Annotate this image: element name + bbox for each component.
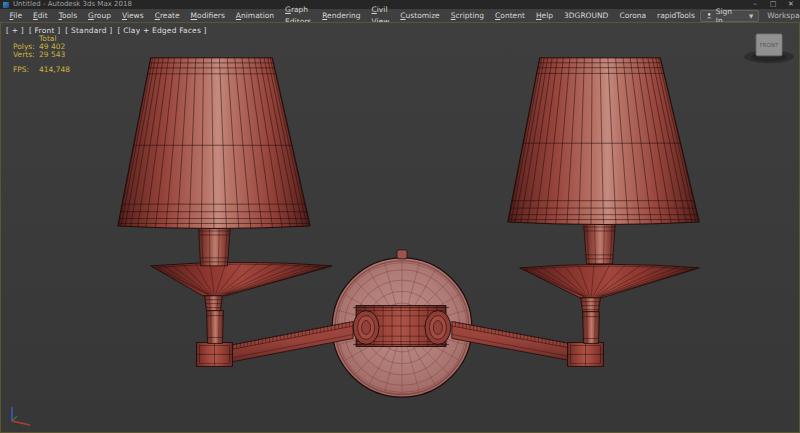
menu-item-views[interactable]: Views — [116, 10, 149, 22]
minimize-button[interactable]: – — [746, 0, 764, 9]
stats-verts-value: 29 543 — [39, 50, 65, 59]
menu-item-modifiers[interactable]: Modifiers — [185, 10, 230, 22]
viewport-menu-button[interactable]: [ + ] — [6, 26, 24, 35]
menu-item-help[interactable]: Help — [530, 10, 558, 22]
menu-item-rendering[interactable]: Rendering — [317, 10, 366, 22]
sign-in-caret-icon: ▼ — [749, 11, 753, 21]
workspaces-label: Workspaces: — [767, 11, 800, 20]
menu-item-content[interactable]: Content — [490, 10, 531, 22]
stats-fps-value: 414,748 — [39, 65, 70, 74]
menu-item-customize[interactable]: Customize — [395, 10, 445, 22]
menu-item-file[interactable]: File — [4, 10, 28, 22]
menu-item-animation[interactable]: Animation — [230, 10, 279, 22]
stats-fps-label: FPS: — [13, 66, 39, 74]
menu-bar: File Edit Tools Group Views Create Modif… — [0, 9, 800, 23]
viewport-renderer-label[interactable]: [ Standard ] — [65, 26, 112, 35]
sign-in-button[interactable]: Sign In ▼ — [700, 10, 759, 22]
menu-item-scripting[interactable]: Scripting — [445, 10, 489, 22]
3ds-max-logo-icon — [3, 2, 9, 8]
viewport-label-row: [ + ] [ Front ] [ Standard ] [ Clay + Ed… — [6, 26, 207, 35]
menu-item-tools[interactable]: Tools — [53, 10, 82, 22]
viewcube[interactable]: FRONT — [744, 34, 794, 63]
viewcube-face-label: FRONT — [760, 42, 779, 48]
window-title: Untitled - Autodesk 3ds Max 2018 — [13, 0, 132, 9]
menu-item-3dground[interactable]: 3DGROUND — [559, 10, 614, 22]
title-bar: Untitled - Autodesk 3ds Max 2018 – □ ✕ — [0, 0, 800, 9]
menu-item-rapidtools[interactable]: rapidTools — [652, 10, 701, 22]
user-icon — [706, 12, 712, 19]
menu-item-edit[interactable]: Edit — [28, 10, 54, 22]
viewport-canvas[interactable]: FRONT — [1, 23, 799, 432]
menu-item-corona[interactable]: Corona — [614, 10, 652, 22]
stats-verts-label: Verts: — [13, 51, 39, 59]
close-button[interactable]: ✕ — [782, 0, 800, 9]
maximize-button[interactable]: □ — [764, 0, 782, 9]
viewport-shading-label[interactable]: [ Clay + Edged Faces ] — [117, 26, 206, 35]
viewport: [ + ] [ Front ] [ Standard ] [ Clay + Ed… — [0, 22, 800, 433]
menu-item-create[interactable]: Create — [149, 10, 185, 22]
statistics-overlay: Total Polys:49 402 Verts:29 543 FPS:414,… — [13, 35, 70, 74]
world-axis-tripod — [12, 407, 30, 425]
menu-item-group[interactable]: Group — [83, 10, 117, 22]
